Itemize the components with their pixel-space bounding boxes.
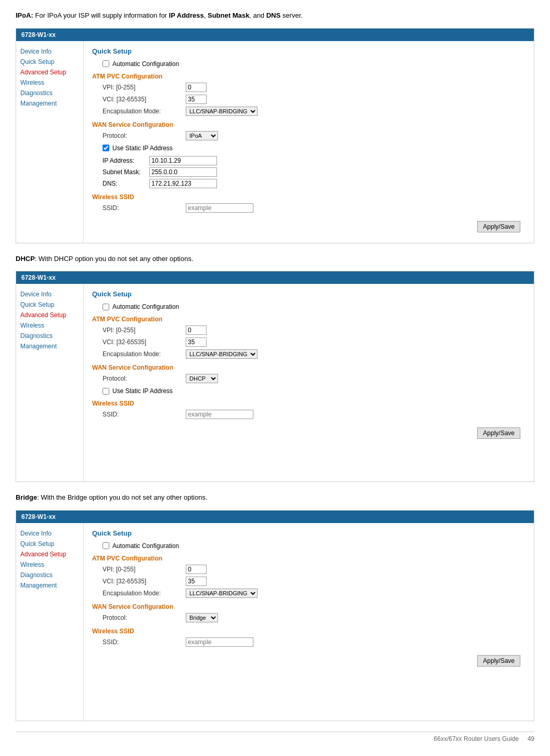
dhcp-atm-section: ATM PVC Configuration VPI: [0-255] VCI: …: [92, 316, 526, 359]
dhcp-apply-save-button[interactable]: Apply/Save: [477, 427, 520, 439]
sidebar-diagnostics-1[interactable]: Diagnostics: [20, 88, 79, 98]
ipoa-ip-input[interactable]: [149, 156, 217, 165]
footer-text: 66xx/67xx Router Users Guide 49: [434, 735, 534, 742]
sidebar-quick-setup-2[interactable]: Quick Setup: [20, 299, 79, 310]
bridge-router-header: 6728-W1-xx: [16, 511, 534, 523]
ipoa-encap-select[interactable]: LLC/SNAP-BRIDGING VC/MUX: [186, 107, 258, 116]
ipoa-subnet-row: Subnet Mask:: [103, 167, 526, 177]
ipoa-dns-label: DNS:: [103, 180, 149, 187]
ipoa-static-ip-checkbox-row: Use Static IP Address: [103, 145, 526, 152]
dhcp-vci-input[interactable]: [186, 337, 207, 347]
ipoa-static-ip-checkbox[interactable]: [103, 145, 109, 151]
ipoa-main-content: Quick Setup Automatic Configuration ATM …: [84, 41, 534, 243]
dhcp-apply-row: Apply/Save: [92, 423, 526, 443]
sidebar-management-2[interactable]: Management: [20, 341, 79, 351]
ipoa-auto-config-checkbox[interactable]: [103, 60, 109, 67]
sidebar-management-3[interactable]: Management: [20, 580, 79, 591]
bridge-text: : With the Bridge option you do not set …: [37, 493, 207, 501]
dhcp-vpi-label: VPI: [0-255]: [103, 327, 186, 334]
bridge-auto-config-row: Automatic Configuration: [103, 542, 526, 550]
dhcp-router-header: 6728-W1-xx: [16, 271, 534, 284]
sidebar-management-1[interactable]: Management: [20, 98, 79, 109]
ipoa-protocol-label: Protocol:: [103, 132, 186, 139]
ipoa-protocol-select[interactable]: IPoA PPPoE PPPoA DHCP Bridge: [186, 131, 218, 140]
ipoa-encap-row: Encapsulation Mode: LLC/SNAP-BRIDGING VC…: [103, 107, 526, 116]
ipoa-bold: IPoA:: [16, 11, 33, 19]
ipoa-vci-row: VCI: [32-65535]: [103, 95, 526, 104]
dhcp-ssid-section: Wireless SSID SSID:: [92, 400, 526, 419]
dhcp-vpi-row: VPI: [0-255]: [103, 325, 526, 335]
ipoa-router-frame: 6728-W1-xx Device Info Quick Setup Advan…: [16, 28, 534, 243]
sidebar-quick-setup-1[interactable]: Quick Setup: [20, 57, 79, 67]
bridge-protocol-row: Protocol: IPoA PPPoE PPPoA DHCP Bridge: [103, 613, 526, 622]
sidebar-wireless-3[interactable]: Wireless: [20, 559, 79, 570]
dhcp-auto-config-row: Automatic Configuration: [103, 303, 526, 310]
ipoa-text: For IPoA your ISP will supply informatio…: [35, 11, 303, 19]
sidebar-device-info-2[interactable]: Device Info: [20, 289, 79, 299]
bridge-protocol-select[interactable]: IPoA PPPoE PPPoA DHCP Bridge: [186, 613, 218, 622]
sidebar-wireless-1[interactable]: Wireless: [20, 77, 79, 88]
ipoa-wan-title: WAN Service Configuration: [92, 121, 526, 128]
ipoa-wan-section: WAN Service Configuration Protocol: IPoA…: [92, 121, 526, 140]
ipoa-subnet-label: Subnet Mask:: [103, 168, 149, 176]
sidebar-advanced-setup-3[interactable]: Advanced Setup: [20, 549, 79, 559]
ipoa-ssid-input[interactable]: [186, 203, 253, 213]
bridge-ssid-label: SSID:: [103, 638, 186, 646]
sidebar-advanced-setup-2[interactable]: Advanced Setup: [20, 310, 79, 320]
bridge-vpi-input[interactable]: [186, 565, 207, 574]
dhcp-encap-select[interactable]: LLC/SNAP-BRIDGING VC/MUX: [186, 349, 258, 359]
bridge-auto-config-label: Automatic Configuration: [112, 542, 179, 550]
ipoa-apply-save-button[interactable]: Apply/Save: [477, 221, 520, 232]
sidebar-advanced-setup-1[interactable]: Advanced Setup: [20, 67, 79, 77]
bridge-vpi-label: VPI: [0-255]: [103, 566, 186, 573]
sidebar-quick-setup-3[interactable]: Quick Setup: [20, 539, 79, 549]
ipoa-sidebar: Device Info Quick Setup Advanced Setup W…: [16, 41, 84, 243]
ipoa-dns-input[interactable]: [149, 179, 217, 188]
bridge-atm-title: ATM PVC Configuration: [92, 555, 526, 562]
bridge-ssid-section: Wireless SSID SSID:: [92, 628, 526, 647]
bridge-vci-label: VCI: [32-65535]: [103, 578, 186, 585]
ipoa-vci-input[interactable]: [186, 95, 207, 104]
dhcp-protocol-label: Protocol:: [103, 375, 186, 382]
dhcp-static-ip-checkbox[interactable]: [103, 388, 109, 395]
dhcp-vpi-input[interactable]: [186, 325, 207, 335]
dhcp-auto-config-checkbox[interactable]: [103, 304, 109, 310]
dhcp-ssid-title: Wireless SSID: [92, 400, 526, 407]
ipoa-quick-setup-title: Quick Setup: [92, 47, 526, 55]
ipoa-ssid-section: Wireless SSID SSID:: [92, 193, 526, 213]
bridge-protocol-label: Protocol:: [103, 614, 186, 621]
ipoa-static-ip-label: Use Static IP Address: [112, 145, 173, 152]
dhcp-protocol-select[interactable]: IPoA PPPoE PPPoA DHCP Bridge: [186, 374, 218, 383]
ipoa-router-header: 6728-W1-xx: [16, 29, 534, 41]
dhcp-auto-config-label: Automatic Configuration: [112, 303, 179, 310]
dhcp-vci-label: VCI: [32-65535]: [103, 338, 186, 346]
ipoa-subnet-input[interactable]: [149, 167, 217, 177]
bridge-ssid-row: SSID:: [103, 637, 526, 647]
ipoa-auto-config-label: Automatic Configuration: [112, 60, 179, 68]
dhcp-ssid-input[interactable]: [186, 410, 253, 419]
bridge-sidebar: Device Info Quick Setup Advanced Setup W…: [16, 523, 84, 721]
ipoa-vci-label: VCI: [32-65535]: [103, 96, 186, 103]
ipoa-ssid-row: SSID:: [103, 203, 526, 213]
ipoa-static-ip-section: IP Address: Subnet Mask: DNS:: [103, 156, 526, 188]
sidebar-device-info-3[interactable]: Device Info: [20, 528, 79, 539]
ipoa-vpi-input[interactable]: [186, 83, 207, 92]
footer: 66xx/67xx Router Users Guide 49: [16, 732, 534, 742]
bridge-encap-select[interactable]: LLC/SNAP-BRIDGING VC/MUX: [186, 589, 258, 598]
sidebar-diagnostics-2[interactable]: Diagnostics: [20, 331, 79, 341]
sidebar-wireless-2[interactable]: Wireless: [20, 320, 79, 331]
ipoa-intro: IPoA: For IPoA your ISP will supply info…: [16, 10, 534, 21]
bridge-router-body: Device Info Quick Setup Advanced Setup W…: [16, 523, 534, 721]
bridge-apply-save-button[interactable]: Apply/Save: [477, 655, 520, 667]
ipoa-atm-title: ATM PVC Configuration: [92, 73, 526, 80]
dhcp-wan-title: WAN Service Configuration: [92, 364, 526, 371]
sidebar-diagnostics-3[interactable]: Diagnostics: [20, 570, 79, 580]
dhcp-router-frame: 6728-W1-xx Device Info Quick Setup Advan…: [16, 271, 534, 482]
sidebar-device-info-1[interactable]: Device Info: [20, 46, 79, 57]
dhcp-bold: DHCP: [16, 255, 35, 263]
bridge-vci-input[interactable]: [186, 577, 207, 586]
bridge-intro: Bridge: With the Bridge option you do no…: [16, 492, 534, 503]
bridge-ssid-input[interactable]: [186, 637, 253, 647]
ipoa-router-body: Device Info Quick Setup Advanced Setup W…: [16, 41, 534, 243]
bridge-auto-config-checkbox[interactable]: [103, 542, 109, 549]
